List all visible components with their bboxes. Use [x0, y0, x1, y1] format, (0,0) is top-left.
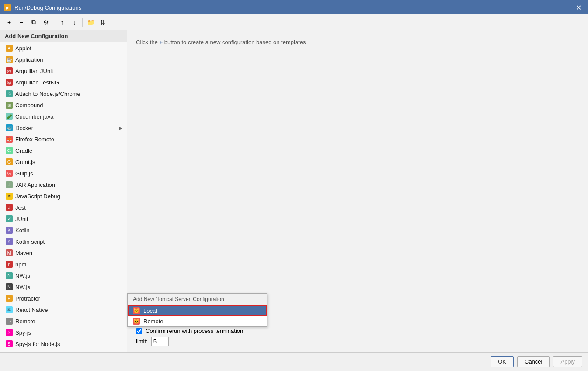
- ok-button[interactable]: OK: [491, 356, 514, 367]
- sidebar-item-compound[interactable]: ⊞ Compound: [0, 99, 127, 111]
- toolbar-separator-2: [82, 18, 83, 27]
- toolbar-separator: [54, 18, 54, 27]
- move-down-button[interactable]: ↓: [69, 17, 80, 28]
- sidebar-item-firefox[interactable]: 🦊 Firefox Remote: [0, 133, 127, 145]
- close-button[interactable]: ✕: [573, 3, 584, 13]
- react-native-label: React Native: [15, 307, 48, 313]
- sidebar-item-kotlin-script[interactable]: K Kotlin script: [0, 236, 127, 247]
- gulpjs-icon: G: [6, 170, 13, 177]
- copy-button[interactable]: ⧉: [28, 17, 39, 28]
- move-up-button[interactable]: ↑: [57, 17, 67, 28]
- arquillian-junit-icon: ◎: [6, 67, 13, 74]
- remove-button[interactable]: −: [16, 17, 27, 28]
- sidebar-item-npm[interactable]: n npm: [0, 259, 127, 270]
- docker-label: Docker: [15, 125, 33, 131]
- junit-label: JUnit: [15, 216, 28, 222]
- toolbar: + − ⧉ ⚙ ↑ ↓ 📁 ⇅: [0, 14, 588, 30]
- nwjs-label: NW.js: [15, 273, 30, 279]
- sidebar-item-docker[interactable]: 🐳 Docker ▶: [0, 122, 127, 133]
- submenu-item-remote[interactable]: 🐱 Remote: [128, 316, 267, 326]
- arquillian-testng-label: Arquillian TestNG: [15, 79, 59, 86]
- sidebar-item-junit[interactable]: ✓ JUnit: [0, 213, 127, 224]
- sidebar-item-gruntjs[interactable]: G Grunt.js: [0, 156, 127, 168]
- sidebar-item-nwjs[interactable]: N NW.js: [0, 270, 127, 281]
- limit-input[interactable]: [151, 337, 169, 346]
- attach-node-icon: ⊙: [6, 90, 13, 97]
- hint-rest: button to create a new configuration bas…: [164, 39, 306, 46]
- bottom-options: Confirm rerun with process termination l…: [127, 324, 588, 352]
- sidebar-item-cucumber[interactable]: 🥒 Cucumber java: [0, 111, 127, 122]
- jar-label: JAR Application: [15, 182, 55, 188]
- sidebar-item-jar[interactable]: J JAR Application: [0, 179, 127, 190]
- cancel-button[interactable]: Cancel: [517, 356, 550, 367]
- arquillian-junit-label: Arquillian JUnit: [15, 68, 53, 74]
- compound-icon: ⊞: [6, 102, 13, 108]
- gulpjs-label: Gulp.js: [15, 170, 33, 177]
- applet-label: Applet: [15, 45, 31, 52]
- run-debug-dialog: ▶ Run/Debug Configurations ✕ + − ⧉ ⚙ ↑ ↓…: [0, 0, 588, 371]
- npm-label: npm: [15, 261, 26, 268]
- limit-label: limit:: [136, 338, 148, 345]
- submenu-local-label: Local: [143, 308, 157, 314]
- sidebar-item-spyjs-node[interactable]: S Spy-js for Node.js: [0, 338, 127, 350]
- application-label: Application: [15, 56, 43, 63]
- protractor-label: Protractor: [15, 295, 40, 302]
- jar-icon: J: [6, 181, 13, 188]
- sidebar-item-arquillian-junit[interactable]: ◎ Arquillian JUnit: [0, 65, 127, 77]
- applet-icon: A: [6, 45, 13, 52]
- dialog-title: Run/Debug Configurations: [14, 4, 81, 11]
- nwjs2-icon: N: [6, 284, 13, 290]
- sidebar-item-application[interactable]: ☕ Application: [0, 54, 127, 65]
- add-button[interactable]: +: [4, 17, 14, 28]
- sidebar-item-jsdebug[interactable]: JS JavaScript Debug: [0, 190, 127, 202]
- sidebar-item-spyjs[interactable]: S Spy-js: [0, 327, 127, 338]
- jsdebug-icon: JS: [6, 192, 13, 200]
- kotlin-script-icon: K: [6, 238, 13, 245]
- sidebar-item-kotlin[interactable]: K Kotlin: [0, 224, 127, 236]
- confirm-rerun-label: Confirm rerun with process termination: [146, 328, 243, 334]
- wrench-button[interactable]: ⚙: [41, 17, 51, 28]
- kotlin-script-label: Kotlin script: [15, 238, 45, 245]
- sidebar-header: Add New Configuration: [0, 30, 127, 42]
- sidebar-item-arquillian-testng[interactable]: ◎ Arquillian TestNG: [0, 77, 127, 88]
- remote-label: Remote: [15, 318, 35, 325]
- sort-button[interactable]: ⇅: [97, 17, 108, 28]
- title-bar: ▶ Run/Debug Configurations ✕: [0, 0, 588, 14]
- testng-label: TestNG: [15, 352, 34, 353]
- sidebar: Add New Configuration A Applet ☕ Applica…: [0, 30, 127, 352]
- title-bar-left: ▶ Run/Debug Configurations: [4, 4, 81, 11]
- main-content: Add New Configuration A Applet ☕ Applica…: [0, 30, 588, 352]
- application-icon: ☕: [6, 56, 13, 63]
- sidebar-item-nwjs2[interactable]: N NW.js: [0, 281, 127, 293]
- arquillian-testng-icon: ◎: [6, 79, 13, 86]
- sidebar-item-react-native[interactable]: ⚛ React Native: [0, 304, 127, 315]
- submenu-item-local[interactable]: 🐱 Local: [128, 305, 267, 316]
- firefox-icon: 🦊: [6, 136, 13, 143]
- junit-icon: ✓: [6, 215, 13, 222]
- sidebar-item-remote[interactable]: ⇒ Remote: [0, 315, 127, 327]
- submenu-local-icon: 🐱: [133, 307, 140, 314]
- attach-node-label: Attach to Node.js/Chrome: [15, 91, 80, 97]
- sidebar-item-jest[interactable]: J Jest: [0, 202, 127, 213]
- react-native-icon: ⚛: [6, 306, 13, 313]
- docker-arrow: ▶: [119, 126, 122, 130]
- sidebar-item-maven[interactable]: M Maven: [0, 247, 127, 259]
- sidebar-item-gulpjs[interactable]: G Gulp.js: [0, 168, 127, 179]
- confirm-rerun-checkbox[interactable]: [136, 328, 142, 334]
- jest-label: Jest: [15, 204, 26, 211]
- sidebar-item-applet[interactable]: A Applet: [0, 42, 127, 54]
- apply-button[interactable]: Apply: [553, 356, 582, 367]
- checkbox-row: Confirm rerun with process termination: [136, 328, 579, 334]
- sidebar-item-protractor[interactable]: P Protractor: [0, 293, 127, 304]
- jsdebug-label: JavaScript Debug: [15, 193, 60, 200]
- npm-icon: n: [6, 261, 13, 268]
- dialog-footer: OK Cancel Apply: [0, 352, 588, 371]
- docker-icon: 🐳: [6, 124, 13, 131]
- folder-button[interactable]: 📁: [85, 17, 96, 28]
- spyjs-label: Spy-js: [15, 329, 31, 336]
- sidebar-item-gradle[interactable]: G Gradle: [0, 145, 127, 156]
- spyjs-node-icon: S: [6, 340, 13, 347]
- sidebar-item-testng[interactable]: NTG TestNG: [0, 350, 127, 352]
- gradle-label: Gradle: [15, 147, 32, 154]
- sidebar-item-attach-node[interactable]: ⊙ Attach to Node.js/Chrome: [0, 88, 127, 99]
